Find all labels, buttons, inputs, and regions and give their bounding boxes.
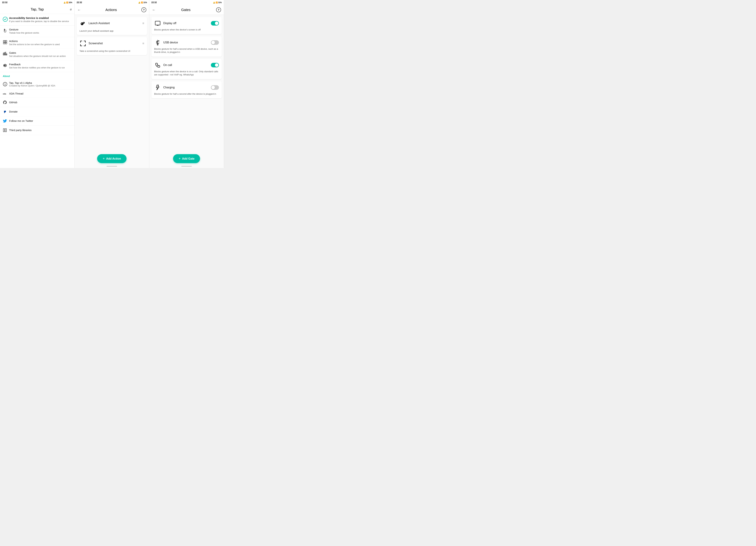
screenshot-title: Screenshot (89, 42, 142, 45)
about-item-version[interactable]: Tap, Tap v0.1 Alpha Created by Kieron Qu… (0, 79, 74, 90)
gates-subtitle: Set situations when the gesture should n… (9, 55, 66, 58)
scroll-indicator-gates (181, 166, 192, 167)
menu-item-gates[interactable]: Gates Set situations when the gesture sh… (0, 49, 74, 60)
svg-rect-12 (5, 53, 6, 55)
drag-handle-assistant[interactable]: ≡ (142, 22, 144, 25)
main-header: Tap, Tap α (0, 5, 74, 14)
usb-desc: Blocks gesture for half a second when a … (154, 47, 219, 54)
action-card-assistant[interactable]: Launch Assistant ≡ Launch your default a… (77, 17, 147, 35)
about-item-donate[interactable]: Donate (0, 107, 74, 116)
main-title: Tap, Tap (31, 7, 44, 11)
add-action-button[interactable]: + Add Action (97, 154, 127, 163)
menu-item-actions[interactable]: Actions Set the actions to be run when t… (0, 37, 74, 49)
drag-handle-screenshot[interactable]: ≡ (142, 42, 144, 45)
svg-rect-21 (3, 129, 5, 132)
gates-fab-container: + Add Gate (149, 152, 224, 165)
paypal-icon (3, 110, 9, 114)
svg-point-0 (3, 17, 8, 22)
battery-actions: 31% (143, 2, 147, 3)
about-item-libraries[interactable]: Third party libraries (0, 126, 74, 135)
action-card-screenshot-header: Screenshot ≡ (77, 37, 147, 50)
gate-row-usb: USB device (154, 39, 219, 46)
add-action-label: Add Action (106, 157, 121, 160)
donate-title: Donate (9, 110, 17, 113)
svg-rect-35 (155, 21, 160, 25)
gate-card-on-call: On call Blocks gesture when the device i… (151, 59, 222, 79)
about-item-twitter[interactable]: Follow me on Twitter (0, 116, 74, 126)
svg-point-25 (81, 23, 82, 24)
actions-back-button[interactable]: ← (77, 8, 81, 12)
display-off-toggle[interactable] (211, 21, 219, 26)
about-item-xda[interactable]: xda XDA Thread (0, 90, 74, 98)
svg-rect-16 (5, 64, 5, 67)
svg-point-20 (5, 83, 5, 83)
main-panel: 22:32 🔔 📶 32% Tap, Tap α Accessibility S… (0, 0, 75, 168)
actions-help-button[interactable]: ? (141, 7, 146, 12)
gates-back-button[interactable]: ← (152, 8, 156, 12)
add-gate-label: Add Gate (182, 157, 194, 160)
usb-toggle[interactable] (211, 40, 219, 45)
gates-icon (3, 52, 9, 56)
svg-rect-43 (158, 41, 159, 41)
gate-card-display-off: Display off Blocks gesture when the devi… (151, 17, 222, 34)
add-gate-button[interactable]: + Add Gate (173, 154, 200, 163)
svg-rect-7 (3, 53, 4, 55)
about-item-github[interactable]: GitHub (0, 98, 74, 107)
time-actions: 22:32 (77, 1, 82, 4)
screenshot-icon (79, 40, 86, 47)
actions-title: Actions (9, 40, 60, 43)
assistant-desc: Launch your default assistant app (77, 30, 147, 35)
feedback-title: Feedback (9, 63, 65, 66)
usb-icon (154, 39, 161, 46)
gates-header: ← Gates ? (149, 5, 224, 15)
menu-item-feedback[interactable]: Feedback Set how the device notifies you… (0, 60, 74, 72)
libraries-icon (3, 128, 9, 132)
display-off-title: Display off (163, 22, 211, 25)
action-card-assistant-header: Launch Assistant ≡ (77, 17, 147, 30)
assistant-icon (79, 20, 86, 27)
feedback-icon (3, 63, 9, 68)
version-subtitle: Created by Kieron Quinn / Quinny899 @ XD… (9, 84, 55, 87)
display-off-desc: Blocks gesture when the device's screen … (154, 28, 219, 31)
gates-help-button[interactable]: ? (216, 7, 221, 12)
menu-item-gesture[interactable]: Gesture Tweak how the gesture works (0, 26, 74, 37)
on-call-desc: Blocks gesture when the device is on a c… (154, 70, 219, 76)
battery-main: 32% (69, 2, 72, 3)
gates-panel: 22:32 🔔 📶 31% ← Gates ? Display off (149, 0, 224, 168)
status-icons-gates: 🔔 📶 31% (213, 2, 222, 3)
check-icon (3, 17, 9, 22)
feedback-text: Feedback Set how the device notifies you… (9, 63, 65, 69)
status-bar-actions: 22:32 🔔 📶 31% (75, 0, 149, 5)
about-section-label: About (0, 72, 74, 79)
svg-rect-5 (3, 42, 5, 44)
accessibility-subtitle: If you want to disable the gesture, tap … (9, 20, 69, 23)
actions-fab-container: + Add Action (75, 152, 149, 165)
charging-title: Charging (163, 86, 211, 89)
svg-rect-3 (3, 40, 5, 42)
gates-title: Gates (156, 8, 216, 12)
version-title: Tap, Tap v0.1 Alpha (9, 81, 55, 84)
add-action-plus-icon: + (103, 157, 105, 161)
add-gate-plus-icon: + (179, 157, 181, 161)
gates-text: Gates Set situations when the gesture sh… (9, 51, 66, 58)
svg-rect-6 (5, 42, 7, 44)
twitter-icon (3, 119, 9, 123)
on-call-toggle[interactable] (211, 63, 219, 67)
on-call-toggle-thumb (215, 63, 218, 67)
gate-card-charging: Charging Blocks gesture for half a secon… (151, 81, 222, 98)
battery-gates: 31% (218, 2, 222, 3)
svg-rect-13 (6, 54, 7, 55)
svg-rect-4 (5, 40, 7, 42)
github-icon (3, 100, 9, 104)
accessibility-item[interactable]: Accessibility Service is enabled If you … (0, 14, 74, 26)
svg-rect-15 (4, 65, 4, 66)
action-card-screenshot[interactable]: Screenshot ≡ Take a screenshot using the… (77, 37, 147, 55)
scroll-indicator-actions (107, 166, 117, 167)
accessibility-text: Accessibility Service is enabled If you … (9, 16, 69, 23)
time-gates: 22:32 (151, 1, 157, 4)
charging-toggle[interactable] (211, 85, 219, 90)
accessibility-title: Accessibility Service is enabled (9, 16, 69, 19)
gates-content: Display off Blocks gesture when the devi… (149, 15, 224, 152)
status-bar-main: 22:32 🔔 📶 32% (0, 0, 74, 5)
version-text: Tap, Tap v0.1 Alpha Created by Kieron Qu… (9, 81, 55, 87)
